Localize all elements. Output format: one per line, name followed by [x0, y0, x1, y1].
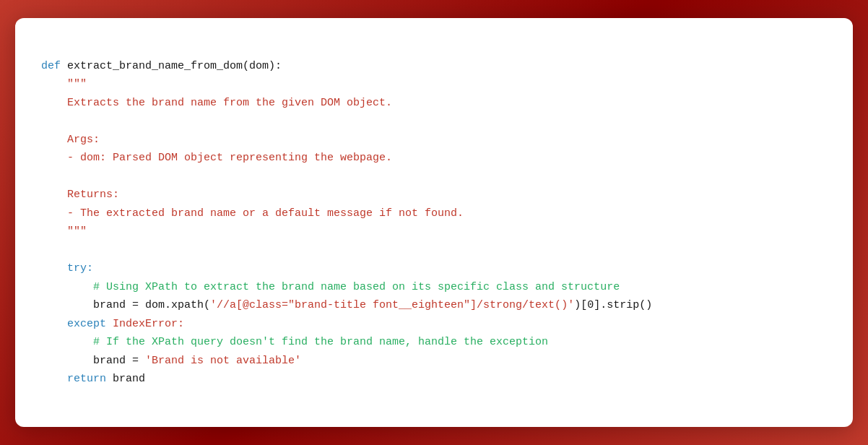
code-container: def extract_brand_name_from_dom(dom): ""…: [15, 18, 853, 427]
keyword-except: except: [41, 318, 113, 330]
function-name: extract_brand_name_from_dom: [61, 60, 243, 72]
code-block: def extract_brand_name_from_dom(dom): ""…: [41, 38, 827, 407]
docstring-args-header: Args:: [41, 134, 100, 146]
docstring-args-dom: - dom: Parsed DOM object representing th…: [41, 152, 392, 164]
paren: (dom):: [243, 60, 282, 72]
keyword-try: try:: [41, 262, 93, 275]
fallback-string: 'Brand is not available': [145, 355, 301, 367]
keyword-return: return: [41, 373, 106, 385]
comment-xpath: # Using XPath to extract the brand name …: [41, 281, 620, 293]
index-error: IndexError:: [113, 318, 184, 330]
index-strip: )[0].strip(): [574, 299, 652, 311]
docstring-returns-header: Returns:: [41, 189, 119, 201]
docstring-line1: Extracts the brand name from the given D…: [41, 97, 392, 109]
docstring-close: """: [41, 225, 87, 238]
docstring-returns-line: - The extracted brand name or a default …: [41, 207, 464, 220]
keyword-def: def: [41, 60, 61, 72]
docstring-open: """: [41, 78, 87, 90]
comment-handle: # If the XPath query doesn't find the br…: [41, 336, 548, 348]
brand-assignment: brand = dom.xpath(: [41, 299, 210, 311]
brand-fallback: brand =: [41, 355, 145, 367]
xpath-string: '//a[@class="brand-title font__eighteen"…: [210, 299, 574, 311]
return-brand: brand: [106, 373, 145, 385]
